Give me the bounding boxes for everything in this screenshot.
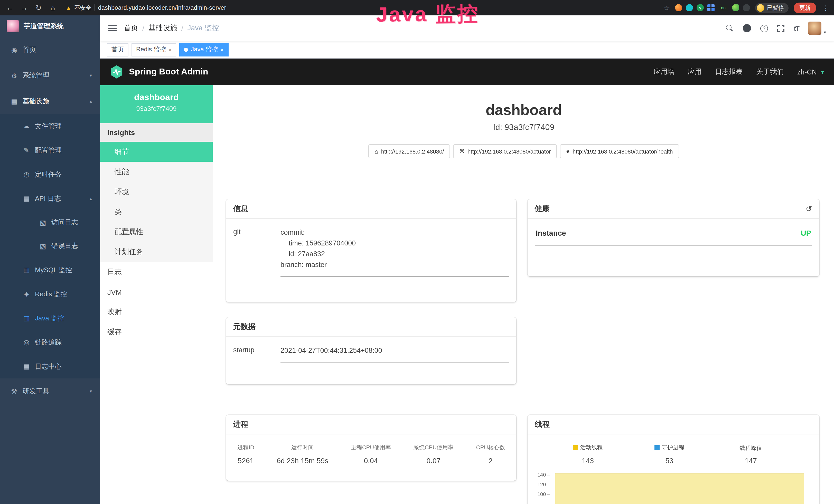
process-metrics-row: 进程ID 5261 运行时间 6d 23h 15m 59s 进程CPU使用率 [233,443,509,466]
sba-nav-wallboard[interactable]: 应用墙 [654,67,675,76]
close-icon[interactable]: × [169,46,172,53]
extension-fox-icon[interactable] [675,4,682,11]
sba-instance-header[interactable]: dashboard 93a3fc7f7409 [100,85,213,123]
close-icon[interactable]: × [220,46,224,53]
health-instance-label: Instance [536,229,566,237]
sidebar-item-scheduled-jobs[interactable]: ◷ 定时任务 [0,162,100,186]
sba-menu-metrics[interactable]: 性能 [100,162,213,182]
home-icon: ⌂ [374,148,378,154]
sba-menu-environment[interactable]: 环境 [100,182,213,202]
reload-icon[interactable]: ↻ [34,4,43,12]
app-title: 芋道管理系统 [24,22,64,31]
sba-menu-config-props[interactable]: 配置属性 [100,222,213,242]
url-text[interactable]: dashboard.yudao.iocoder.cn/infra/admin-s… [98,5,226,11]
help-icon[interactable]: ? [760,24,768,32]
sba-menu-logs[interactable]: 日志 [100,262,213,282]
hamburger-icon[interactable] [108,24,117,33]
sba-menu-details[interactable]: 细节 [100,142,213,162]
sidebar-item-log-center[interactable]: ▤ 日志中心 [0,354,100,379]
forward-icon[interactable]: → [20,4,29,12]
sba-menu-group-insights: Insights [100,123,213,142]
breadcrumb-home[interactable]: 首页 [124,24,138,33]
service-url-link[interactable]: ⌂ http://192.168.0.2:48080/ [368,144,450,158]
info-key: git [233,227,281,277]
sba-main: dashboard Id: 93a3fc7f7409 ⌂ http://192.… [213,85,834,504]
github-icon[interactable] [743,24,751,32]
extension-leaf-icon[interactable] [732,4,739,11]
tab-redis-monitor[interactable]: Redis 监控 × [132,43,176,56]
extension-grid-icon[interactable] [707,4,715,11]
sidebar-item-access-logs[interactable]: ▧ 访问日志 [0,210,100,234]
user-menu[interactable]: ▾ [808,22,826,35]
chevron-down-icon: ▾ [90,389,92,394]
sba-menu-caches[interactable]: 缓存 [100,322,213,342]
browser-menu-icon[interactable]: ⋮ [822,4,829,12]
sba-insights-list: 细节 性能 环境 类 配置属性 计划任务 [100,142,213,262]
sba-menu-scheduled-tasks[interactable]: 计划任务 [100,242,213,262]
tab-java-monitor[interactable]: Java 监控 × [179,43,228,56]
sba-nav-journal[interactable]: 日志报表 [715,67,743,76]
extension-drop-icon[interactable] [686,4,693,11]
error-log-icon: ▧ [39,242,47,250]
actuator-url-link[interactable]: ⚒ http://192.168.0.2:48080/actuator [453,144,557,158]
sba-locale-select[interactable]: zh-CN ▼ [797,68,825,76]
sba-brand-title: Spring Boot Admin [129,67,208,77]
process-card: 进程 进程ID 5261 运行时间 [226,415,516,481]
sidebar-item-java-monitor[interactable]: ▥ Java 监控 [0,306,100,330]
extensions-bar: y on [675,4,750,11]
legend-peak-threads: 线程峰值 147 [710,444,792,465]
sidebar-item-redis-monitor[interactable]: ◈ Redis 监控 [0,282,100,306]
search-icon[interactable] [725,24,733,32]
user-avatar [808,22,822,35]
sba-nav-about[interactable]: 关于我们 [756,67,784,76]
chevron-down-icon: ▼ [820,69,825,75]
sidebar-item-infrastructure[interactable]: ▤ 基础设施 ▴ [0,88,100,114]
home-icon[interactable]: ⌂ [48,4,58,12]
sba-menu-mappings[interactable]: 映射 [100,302,213,322]
address-bar[interactable]: ▲ 不安全 dashboard.yudao.iocoder.cn/infra/a… [66,4,226,12]
health-instance-row[interactable]: Instance UP [535,227,812,246]
font-size-icon[interactable]: tT [794,24,799,32]
extension-y-icon[interactable]: y [697,4,704,11]
sidebar-item-mysql-monitor[interactable]: ▦ MySQL 监控 [0,258,100,282]
edit-icon: ✎ [23,146,30,154]
tab-home[interactable]: 首页 [107,43,128,56]
health-card-header: 健康 ↺ [528,199,819,219]
process-uptime: 运行时间 6d 23h 15m 59s [277,444,328,465]
metadata-key: startup [233,345,281,363]
sba-brand[interactable]: Spring Boot Admin [109,65,208,79]
info-card-header: 信息 [226,199,516,219]
fullscreen-icon[interactable] [777,25,785,32]
sba-nav: 应用墙 应用 日志报表 关于我们 zh-CN ▼ [654,67,825,76]
warning-icon: ▲ [66,5,71,11]
metadata-startup-row: startup 2021-04-27T00:44:31.254+08:00 [233,345,509,363]
sidebar-item-file-management[interactable]: ☁ 文件管理 [0,114,100,138]
update-button[interactable]: 更新 [794,2,816,13]
bookmark-star-icon[interactable]: ☆ [664,4,670,12]
sidebar-item-error-logs[interactable]: ▧ 错误日志 [0,234,100,258]
infra-icon: ▤ [10,97,18,105]
profile-paused-badge[interactable]: 已暂停 [755,3,789,13]
back-icon[interactable]: ← [5,4,14,12]
extension-puppeteer-icon[interactable] [743,4,750,11]
cpu-cores: CPU核心数 2 [476,444,505,465]
sba-menu-beans[interactable]: 类 [100,202,213,222]
history-icon[interactable]: ↺ [806,204,812,213]
threads-card: 线程 活动线程 143 [528,415,819,504]
sidebar-item-home[interactable]: ◉ 首页 [0,37,100,63]
sidebar-item-api-logs[interactable]: ▤ API 日志 ▴ [0,186,100,210]
sba-menu-jvm[interactable]: JVM [100,282,213,302]
breadcrumb-infra[interactable]: 基础设施 [149,24,177,33]
divider [94,4,95,11]
sidebar-item-tracing[interactable]: ◎ 链路追踪 [0,330,100,354]
extension-on-badge-icon[interactable]: on [718,4,728,11]
status-badge: UP [801,229,811,237]
health-url-link[interactable]: ♥ http://192.168.0.2:48080/actuator/heal… [560,144,679,158]
sidebar-item-config-management[interactable]: ✎ 配置管理 [0,138,100,162]
app-logo[interactable]: 芋道管理系统 [0,16,100,37]
sidebar-item-dev-tools[interactable]: ⚒ 研发工具 ▾ [0,379,100,404]
sidebar-item-system[interactable]: ⚙ 系统管理 ▾ [0,63,100,88]
instance-name: dashboard [100,92,213,103]
sba-logo-icon [109,65,124,79]
sba-nav-applications[interactable]: 应用 [688,67,702,76]
